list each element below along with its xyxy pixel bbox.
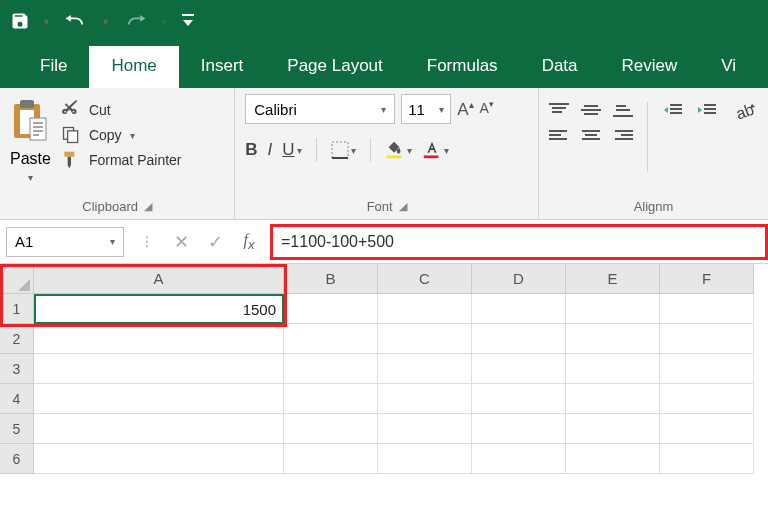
tab-formulas[interactable]: Formulas	[405, 46, 520, 88]
svg-rect-30	[670, 108, 682, 110]
align-bottom-button[interactable]	[613, 102, 633, 118]
undo-dropdown-icon[interactable]: ▾	[103, 16, 108, 27]
cell-F4[interactable]	[660, 384, 754, 414]
cell-B2[interactable]	[284, 324, 378, 354]
format-painter-button[interactable]: Format Painter	[61, 150, 182, 170]
align-right-button[interactable]	[613, 128, 633, 144]
redo-dropdown-icon[interactable]: ▾	[162, 16, 167, 27]
tab-home[interactable]: Home	[89, 46, 178, 88]
cell-E2[interactable]	[566, 324, 660, 354]
row-header-2[interactable]: 2	[0, 324, 34, 354]
cell-A6[interactable]	[34, 444, 284, 474]
increase-font-button[interactable]: A▴	[457, 99, 473, 120]
row-header-1[interactable]: 1	[0, 294, 34, 324]
bold-button[interactable]: B	[245, 140, 257, 160]
qat-dropdown-icon[interactable]: ▾	[44, 16, 49, 27]
decrease-indent-button[interactable]	[662, 102, 684, 118]
dialog-launcher-icon[interactable]: ◢	[399, 200, 407, 213]
row-header-3[interactable]: 3	[0, 354, 34, 384]
cell-C1[interactable]	[378, 294, 472, 324]
cell-D6[interactable]	[472, 444, 566, 474]
align-center-button[interactable]	[581, 128, 601, 144]
cell-F1[interactable]	[660, 294, 754, 324]
cell-B4[interactable]	[284, 384, 378, 414]
tab-review[interactable]: Review	[600, 46, 700, 88]
cell-E1[interactable]	[566, 294, 660, 324]
font-size-dropdown[interactable]: 11 ▾	[401, 94, 451, 124]
cell-C3[interactable]	[378, 354, 472, 384]
paste-button[interactable]: Paste ▾	[10, 94, 51, 195]
cell-D1[interactable]	[472, 294, 566, 324]
font-name-dropdown[interactable]: Calibri ▾	[245, 94, 395, 124]
cell-A4[interactable]	[34, 384, 284, 414]
column-header-F[interactable]: F	[660, 264, 754, 294]
tab-view[interactable]: Vi	[699, 46, 758, 88]
cell-C4[interactable]	[378, 384, 472, 414]
save-icon[interactable]	[10, 11, 30, 31]
cell-C5[interactable]	[378, 414, 472, 444]
cell-A2[interactable]	[34, 324, 284, 354]
cell-E6[interactable]	[566, 444, 660, 474]
orientation-button[interactable]: ab	[734, 94, 758, 124]
cell-E5[interactable]	[566, 414, 660, 444]
formula-bar-input[interactable]: =1100-100+500	[270, 224, 768, 260]
fx-icon[interactable]: fx	[232, 227, 266, 257]
row-header-6[interactable]: 6	[0, 444, 34, 474]
italic-button[interactable]: I	[268, 140, 273, 160]
enter-icon[interactable]: ✓	[198, 227, 232, 257]
column-header-A[interactable]: A	[34, 264, 284, 294]
cancel-icon[interactable]: ✕	[164, 227, 198, 257]
redo-icon[interactable]	[122, 11, 148, 31]
cut-button[interactable]: Cut	[61, 100, 182, 120]
column-header-C[interactable]: C	[378, 264, 472, 294]
align-middle-button[interactable]	[581, 102, 601, 118]
underline-button[interactable]: U▾	[282, 140, 301, 160]
cell-D4[interactable]	[472, 384, 566, 414]
cell-F5[interactable]	[660, 414, 754, 444]
svg-rect-6	[68, 131, 78, 143]
cell-F6[interactable]	[660, 444, 754, 474]
column-header-E[interactable]: E	[566, 264, 660, 294]
align-left-button[interactable]	[549, 128, 569, 144]
align-top-button[interactable]	[549, 102, 569, 118]
cell-F2[interactable]	[660, 324, 754, 354]
copy-button[interactable]: Copy ▾	[61, 125, 182, 145]
cell-A5[interactable]	[34, 414, 284, 444]
borders-button[interactable]: ▾	[331, 141, 356, 159]
row-header-5[interactable]: 5	[0, 414, 34, 444]
cell-B3[interactable]	[284, 354, 378, 384]
dialog-launcher-icon[interactable]: ◢	[144, 200, 152, 213]
column-header-D[interactable]: D	[472, 264, 566, 294]
cell-F3[interactable]	[660, 354, 754, 384]
cell-C6[interactable]	[378, 444, 472, 474]
cell-D3[interactable]	[472, 354, 566, 384]
worksheet-grid[interactable]: ABCDEF 123456 1500	[0, 264, 768, 294]
cell-E4[interactable]	[566, 384, 660, 414]
cell-A1[interactable]: 1500	[34, 294, 284, 324]
tab-page-layout[interactable]: Page Layout	[265, 46, 404, 88]
cell-B6[interactable]	[284, 444, 378, 474]
svg-rect-25	[582, 138, 600, 140]
customize-qat-icon[interactable]	[181, 12, 195, 30]
row-header-4[interactable]: 4	[0, 384, 34, 414]
cell-C2[interactable]	[378, 324, 472, 354]
undo-icon[interactable]	[63, 11, 89, 31]
cell-B1[interactable]	[284, 294, 378, 324]
cell-D5[interactable]	[472, 414, 566, 444]
decrease-font-button[interactable]: A▾	[480, 99, 494, 120]
select-all-corner[interactable]	[0, 264, 34, 294]
font-color-button[interactable]: ▾	[422, 140, 449, 160]
fill-color-button[interactable]: ▾	[385, 140, 412, 160]
tab-file[interactable]: File	[18, 46, 89, 88]
svg-rect-17	[616, 105, 626, 107]
cell-A3[interactable]	[34, 354, 284, 384]
cell-B5[interactable]	[284, 414, 378, 444]
column-header-B[interactable]: B	[284, 264, 378, 294]
font-size-value: 11	[408, 101, 425, 118]
tab-data[interactable]: Data	[520, 46, 600, 88]
cell-E3[interactable]	[566, 354, 660, 384]
increase-indent-button[interactable]	[696, 102, 718, 118]
tab-insert[interactable]: Insert	[179, 46, 266, 88]
cell-D2[interactable]	[472, 324, 566, 354]
name-box[interactable]: A1 ▾	[6, 227, 124, 257]
